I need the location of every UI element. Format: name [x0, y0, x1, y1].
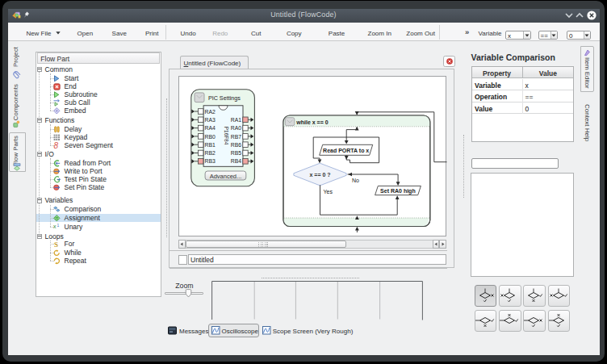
- svg-text:Yes: Yes: [323, 189, 333, 195]
- svg-text:RA2: RA2: [204, 108, 215, 114]
- svg-text:RB7: RB7: [230, 133, 241, 139]
- svg-text:Advanced...: Advanced...: [209, 172, 241, 179]
- svg-text:RB6: RB6: [230, 141, 241, 147]
- svg-text:RB1: RB1: [204, 141, 215, 147]
- svg-text:RB5: RB5: [230, 150, 241, 156]
- svg-text:while x == 0: while x == 0: [295, 119, 328, 124]
- svg-text:RB3: RB3: [204, 158, 215, 164]
- svg-text:1: 1: [57, 223, 59, 228]
- svg-text:RA4: RA4: [204, 125, 215, 131]
- svg-text:P16F84: P16F84: [224, 126, 229, 144]
- svg-text:RA3: RA3: [204, 116, 215, 122]
- svg-text:RB4: RB4: [230, 158, 241, 164]
- svg-text:RB0: RB0: [204, 133, 215, 139]
- svg-text:PIC Settings: PIC Settings: [207, 94, 240, 101]
- svg-text:S: S: [54, 240, 58, 248]
- svg-text:RA0: RA0: [230, 125, 241, 131]
- svg-text:Read PORTA to x: Read PORTA to x: [323, 147, 369, 153]
- svg-text:x: x: [53, 224, 57, 229]
- svg-text:RA1: RA1: [230, 116, 241, 122]
- svg-text:x == 0 ?: x == 0 ?: [309, 171, 330, 177]
- svg-text:RB2: RB2: [204, 150, 215, 156]
- svg-text:No: No: [352, 178, 359, 183]
- svg-text:8: 8: [54, 141, 59, 150]
- svg-text:Set RA0 high: Set RA0 high: [380, 187, 416, 194]
